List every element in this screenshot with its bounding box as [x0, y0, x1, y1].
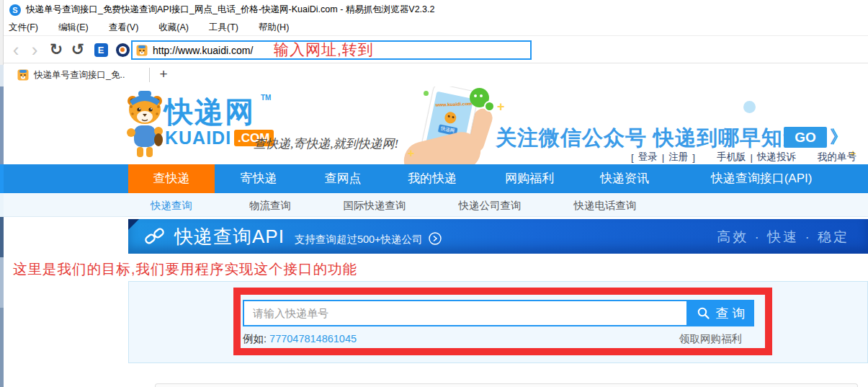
- url-text[interactable]: http://www.kuaidi.com/: [153, 45, 253, 56]
- complaint-link[interactable]: 快递投诉: [757, 151, 796, 164]
- tracking-search-panel: 查 询 例如: 777047814861045 领取网购福利: [128, 281, 868, 363]
- example-tracking-number-link[interactable]: 777047814861045: [269, 333, 357, 344]
- annotation-url-note: 输入网址,转到: [274, 40, 374, 60]
- go-button[interactable]: GO: [784, 127, 827, 148]
- banner-subtitle: 支持查询超过500+快递公司: [295, 233, 423, 246]
- link-icon: [144, 226, 166, 247]
- menu-edit[interactable]: 编辑(E): [58, 22, 89, 34]
- nav-item-send[interactable]: 寄快递: [215, 164, 303, 193]
- example-label: 例如:: [243, 333, 267, 344]
- subnav-logistics-query[interactable]: 物流查询: [249, 199, 291, 213]
- tracking-number-input[interactable]: [243, 300, 688, 326]
- magnifier-icon: [697, 306, 710, 320]
- menu-tools[interactable]: 工具(T): [209, 22, 238, 34]
- phone-screen-url: www.kuaidi.com: [435, 101, 472, 107]
- capture-tool-icon[interactable]: E: [92, 41, 109, 58]
- wechat-promo-text: 关注微信公众号 快递到哪早知道: [496, 124, 805, 153]
- titlebar: S 快递单号查询接口_免费快递查询API接口_网点_电话_价格-快递网-Kuai…: [0, 0, 868, 19]
- nav-item-news[interactable]: 快递资讯: [578, 164, 671, 193]
- subnav-company-query[interactable]: 快递公司查询: [459, 199, 522, 213]
- next-section-edge: [155, 383, 858, 387]
- subnav-international-query[interactable]: 国际快递查询: [344, 199, 406, 213]
- menu-file[interactable]: 文件(F): [9, 22, 38, 34]
- mascot-illustration: [124, 89, 166, 161]
- decoration-dot: [424, 91, 429, 96]
- sub-nav: 快递查询 物流查询 国际快递查询 快递公司查询 快递电话查询: [0, 193, 868, 217]
- window-title: 快递单号查询接口_免费快递查询API接口_网点_电话_价格-快递网-KuaiDi…: [26, 4, 434, 16]
- example-row: 例如: 777047814861045: [243, 332, 357, 346]
- new-tab-button[interactable]: +: [154, 65, 173, 84]
- decoration-plus: +: [497, 99, 505, 115]
- decoration-plus: +: [408, 147, 414, 160]
- nav-item-branches[interactable]: 查网点: [303, 164, 383, 193]
- tab-favicon-icon: [17, 69, 29, 81]
- subnav-phone-query[interactable]: 快递电话查询: [574, 199, 637, 213]
- menu-help[interactable]: 帮助(H): [259, 22, 289, 34]
- banner-title: 快递查询API: [174, 224, 285, 249]
- app-icon: S: [9, 4, 21, 16]
- tab-bar: 快递单号查询接口_免.. +: [0, 63, 868, 86]
- circle-chevron-icon[interactable]: [429, 232, 442, 245]
- site-favicon: [136, 45, 148, 56]
- logo-slogan: 查快递,寄快递,就到快递网!: [254, 135, 398, 152]
- back-icon[interactable]: ‹: [7, 41, 24, 58]
- menu-favorites[interactable]: 收藏(A): [158, 22, 189, 34]
- annotation-target-note: 这里是我们的目标,我们要用程序实现这个接口的功能: [13, 259, 357, 279]
- search-button[interactable]: 查 询: [688, 300, 754, 326]
- api-banner[interactable]: 快递查询API 支持查询超过500+快递公司 高效 · 快速 · 稳定: [128, 219, 868, 254]
- user-links: [ 登录 | 注册 ] 手机版 | 快递投诉 我的单号: [631, 151, 856, 164]
- banner-corner-fold: [128, 219, 139, 230]
- bracket: [: [631, 152, 634, 163]
- nav-item-my-express[interactable]: 我的快递: [383, 164, 481, 193]
- my-orders-link[interactable]: 我的单号: [818, 151, 856, 164]
- main-nav: 查快递 寄快递 查网点 我的快递 网购福利 快递资讯 快递查询接口(API): [0, 164, 868, 193]
- undo-icon[interactable]: ↺: [69, 41, 86, 58]
- tab-separator: [149, 68, 150, 82]
- mobile-version-link[interactable]: 手机版: [717, 151, 746, 164]
- register-link[interactable]: 注册: [668, 151, 688, 164]
- nav-item-track[interactable]: 查快递: [128, 164, 215, 193]
- logo-cn-text[interactable]: 快递网: [164, 92, 255, 132]
- target-record-icon[interactable]: [114, 41, 131, 58]
- nav-item-api[interactable]: 快递查询接口(API): [671, 164, 851, 193]
- bracket: ]: [692, 152, 695, 163]
- shopping-benefit-link[interactable]: 领取网购福利: [679, 332, 742, 346]
- login-link[interactable]: 登录: [638, 151, 658, 164]
- forward-icon[interactable]: ›: [26, 41, 43, 58]
- phone-mini-mascot: [444, 111, 457, 125]
- browser-window: S 快递单号查询接口_免费快递查询API接口_网点_电话_价格-快递网-Kuai…: [0, 0, 868, 387]
- menu-view[interactable]: 查看(V): [109, 22, 139, 34]
- nav-item-shopping-benefits[interactable]: 网购福利: [481, 164, 578, 193]
- logo-tm: TM: [261, 94, 271, 102]
- tab-title: 快递单号查询接口_免..: [34, 69, 125, 81]
- banner-tagline: 高效 · 快速 · 稳定: [717, 228, 849, 246]
- go-arrow-icon: 》: [830, 125, 847, 148]
- refresh-icon[interactable]: ↻: [48, 41, 65, 58]
- wechat-icon-small: [484, 101, 495, 112]
- browser-toolbar: ‹ › ↻ ↺ E http://www.kuaidi.com/ 输入网址,转: [0, 36, 868, 63]
- subnav-express-query[interactable]: 快递查询: [151, 199, 192, 213]
- background-window-edge: [0, 0, 4, 387]
- search-button-label: 查 询: [715, 305, 745, 322]
- site-header: 快递网 TM KUAIDI .COM 查快递,寄快递,就到快递网! www.ku…: [0, 86, 868, 164]
- separator: |: [750, 152, 753, 163]
- menu-bar: 文件(F) 编辑(E) 查看(V) 收藏(A) 工具(T) 帮助(H): [0, 19, 868, 36]
- tab-kuaidi[interactable]: 快递单号查询接口_免..: [4, 63, 146, 86]
- logo-en-text: KUAIDI: [165, 128, 231, 148]
- decoration-dot: [743, 101, 756, 113]
- separator: |: [662, 152, 665, 163]
